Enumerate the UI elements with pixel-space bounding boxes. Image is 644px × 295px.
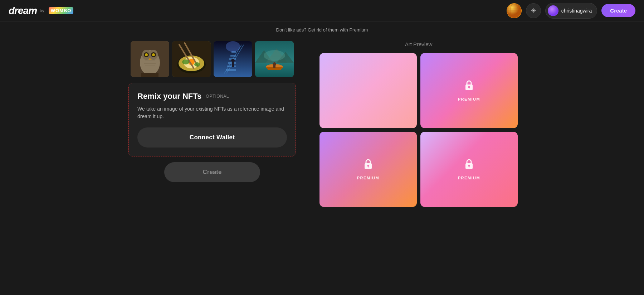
- svg-rect-49: [273, 66, 275, 68]
- nft-title-row: Remix your NFTs OPTIONAL: [137, 92, 287, 101]
- art-preview-title: Art Preview: [405, 41, 433, 47]
- ads-banner-link[interactable]: Don't like ads? Get rid of them with Pre…: [276, 27, 368, 33]
- lock-icon-3: [363, 159, 373, 173]
- create-header-button[interactable]: Create: [601, 4, 635, 17]
- thumbnail-escalator[interactable]: [214, 41, 252, 77]
- preview-cell-4[interactable]: PREMIUM: [420, 132, 518, 207]
- avatar: [548, 5, 558, 16]
- nft-remix-card: Remix your NFTs OPTIONAL We take an imag…: [128, 83, 296, 156]
- premium-label-4: PREMIUM: [458, 176, 480, 180]
- svg-rect-53: [469, 87, 469, 89]
- lock-icon-2: [464, 80, 474, 94]
- right-panel: Art Preview PREMI: [319, 41, 518, 207]
- svg-point-13: [145, 53, 148, 56]
- theme-toggle-button[interactable]: ☀: [526, 3, 541, 18]
- svg-rect-16: [141, 73, 158, 77]
- logo-by: by: [40, 8, 44, 13]
- nft-description: We take an image of your existing NFTs a…: [137, 105, 287, 120]
- preview-cell-2[interactable]: PREMIUM: [420, 53, 518, 128]
- preview-cell-1[interactable]: [319, 53, 417, 128]
- thumbnail-boat[interactable]: [255, 41, 294, 77]
- svg-point-38: [231, 59, 235, 62]
- premium-label-2: PREMIUM: [458, 97, 480, 101]
- header-right: ☀ christinagwira Create: [507, 3, 635, 19]
- svg-point-27: [182, 59, 189, 64]
- logo-area: dream by WOMBO: [9, 5, 73, 16]
- svg-point-40: [226, 41, 240, 52]
- wombo-logo: WOMBO: [49, 7, 74, 14]
- thumbnails-row: [131, 41, 294, 77]
- preview-grid: PREMIUM PREMIUM: [319, 53, 518, 207]
- svg-rect-36: [230, 55, 236, 57]
- content-area: Remix your NFTs OPTIONAL We take an imag…: [112, 41, 532, 207]
- left-panel: Remix your NFTs OPTIONAL We take an imag…: [126, 41, 298, 182]
- svg-point-14: [152, 53, 155, 56]
- username-label: christinagwira: [561, 8, 592, 14]
- create-art-button[interactable]: Create: [164, 162, 260, 182]
- svg-rect-56: [368, 166, 369, 168]
- header: dream by WOMBO ☀: [0, 0, 644, 21]
- thumbnail-owl[interactable]: [131, 41, 169, 77]
- svg-rect-59: [469, 166, 469, 168]
- svg-point-48: [273, 62, 276, 66]
- premium-label-3: PREMIUM: [357, 176, 379, 180]
- preview-cell-3[interactable]: PREMIUM: [319, 132, 417, 207]
- lock-icon-4: [464, 159, 474, 173]
- svg-point-28: [194, 62, 200, 67]
- optional-badge: OPTIONAL: [206, 94, 229, 99]
- connect-wallet-button[interactable]: Connect Wallet: [137, 127, 287, 148]
- sun-icon: ☀: [531, 7, 536, 15]
- svg-rect-39: [232, 62, 234, 67]
- logo-dream: dream: [9, 5, 37, 16]
- svg-rect-33: [227, 66, 236, 67]
- main-content: Don't like ads? Get rid of them with Pre…: [0, 21, 644, 207]
- globe-button[interactable]: [507, 3, 522, 18]
- thumbnail-food[interactable]: [172, 41, 211, 77]
- nft-title: Remix your NFTs: [137, 92, 201, 101]
- svg-rect-32: [226, 69, 236, 71]
- user-profile-button[interactable]: christinagwira: [545, 3, 597, 19]
- svg-point-50: [264, 50, 285, 61]
